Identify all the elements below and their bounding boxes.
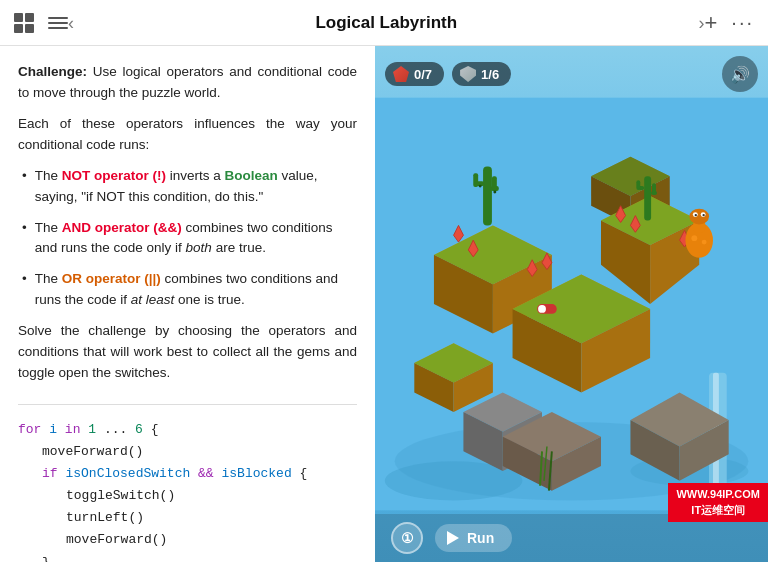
hud-bar: 0/7 1/6 🔊 — [385, 56, 758, 92]
bullet-and-content: The AND operator (&&) combines two condi… — [35, 218, 357, 260]
watermark-line1: WWW.94IP.COM — [676, 487, 760, 502]
bullet-not-content: The NOT operator (!) inverts a Boolean v… — [35, 166, 357, 208]
svg-rect-17 — [636, 180, 640, 190]
game-scene — [375, 96, 768, 512]
svg-rect-14 — [644, 176, 651, 220]
code-block: for i in 1 ... 6 { moveForward() if isOn… — [18, 419, 357, 562]
add-button[interactable]: + — [704, 12, 717, 34]
if-keyword: if — [42, 466, 58, 481]
svg-rect-18 — [652, 183, 656, 193]
left-panel: Challenge: Use logical operators and con… — [0, 46, 375, 562]
svg-point-65 — [702, 240, 707, 245]
header-right-controls: + ··· — [704, 11, 754, 34]
grid-view-icon[interactable] — [14, 13, 34, 33]
sound-icon: 🔊 — [730, 65, 750, 84]
divider — [18, 404, 357, 405]
in-keyword: in — [65, 422, 81, 437]
both-italic: both — [186, 240, 212, 255]
not-operator-text: NOT operator (!) — [62, 168, 166, 183]
main-content: Challenge: Use logical operators and con… — [0, 46, 768, 562]
list-item-and: The AND operator (&&) combines two condi… — [18, 218, 357, 260]
run-button[interactable]: Run — [435, 524, 512, 552]
more-options-button[interactable]: ··· — [731, 11, 754, 34]
atleast-italic: at least — [131, 292, 175, 307]
run-label: Run — [467, 530, 494, 546]
code-line-5: turnLeft() — [18, 507, 357, 529]
code-line-3: if isOnClosedSwitch && isBlocked { — [18, 463, 357, 485]
isblocked-text: isBlocked — [221, 466, 291, 481]
gems-score: 0/7 — [385, 62, 444, 86]
svg-rect-26 — [473, 173, 478, 187]
game-panel: 0/7 1/6 🔊 — [375, 46, 768, 562]
text-section: Challenge: Use logical operators and con… — [18, 62, 357, 394]
bullet-or-content: The OR operator (||) combines two condit… — [35, 269, 357, 311]
watermark-line2: IT运维空间 — [676, 503, 760, 518]
code-line-1: for i in 1 ... 6 { — [18, 419, 357, 441]
header-left-controls — [14, 13, 68, 33]
list-item-or: The OR operator (||) combines two condit… — [18, 269, 357, 311]
svg-point-29 — [493, 191, 496, 194]
svg-point-63 — [702, 214, 704, 216]
or-operator-text: OR operator (||) — [62, 271, 161, 286]
sound-button[interactable]: 🔊 — [722, 56, 758, 92]
num-6: 6 — [135, 422, 143, 437]
code-line-4: toggleSwitch() — [18, 485, 357, 507]
code-line-2: moveForward() — [18, 441, 357, 463]
svg-point-67 — [538, 305, 546, 313]
solve-paragraph: Solve the challenge by choosing the oper… — [18, 321, 357, 384]
list-item-not: The NOT operator (!) inverts a Boolean v… — [18, 166, 357, 208]
nav-back-chevron[interactable]: ‹ — [68, 14, 74, 32]
hud-scores: 0/7 1/6 — [385, 62, 511, 86]
moveforward-2: moveForward() — [66, 532, 167, 547]
svg-point-64 — [691, 235, 697, 241]
page-title: Logical Labyrinth — [80, 13, 692, 33]
code-line-6: moveForward() — [18, 529, 357, 551]
and-op: && — [198, 466, 214, 481]
svg-point-59 — [689, 209, 709, 225]
challenge-label: Challenge: — [18, 64, 87, 79]
boolean-text: Boolean — [225, 168, 278, 183]
shield-icon — [460, 66, 476, 82]
and-operator-text: AND operator (&&) — [62, 220, 182, 235]
toggleswitch: toggleSwitch() — [66, 488, 175, 503]
gems-count: 0/7 — [414, 67, 432, 82]
moveforward-1: moveForward() — [42, 444, 143, 459]
app-header: ‹ Logical Labyrinth › + ··· — [0, 0, 768, 46]
num-1: 1 — [88, 422, 96, 437]
watermark: WWW.94IP.COM IT运维空间 — [668, 483, 768, 522]
header-center: ‹ Logical Labyrinth › — [68, 13, 704, 33]
play-icon — [447, 531, 459, 545]
list-view-icon[interactable] — [48, 17, 68, 29]
shields-count: 1/6 — [481, 67, 499, 82]
gem-icon — [393, 66, 409, 82]
shields-score: 1/6 — [452, 62, 511, 86]
challenge-paragraph: Challenge: Use logical operators and con… — [18, 62, 357, 104]
game-background: 0/7 1/6 🔊 — [375, 46, 768, 562]
svg-point-62 — [695, 214, 697, 216]
svg-rect-23 — [483, 166, 492, 225]
turnleft: turnLeft() — [66, 510, 144, 525]
condition-text: isOnClosedSwitch — [65, 466, 190, 481]
code-line-7: } — [18, 552, 357, 562]
svg-rect-27 — [492, 176, 497, 190]
var-i: i — [49, 422, 57, 437]
timer-button[interactable]: ① — [391, 522, 423, 554]
game-svg — [375, 96, 768, 512]
for-keyword: for — [18, 422, 41, 437]
svg-point-28 — [479, 185, 482, 188]
operators-list: The NOT operator (!) inverts a Boolean v… — [18, 166, 357, 312]
timer-icon: ① — [401, 530, 414, 546]
operators-intro: Each of these operators influences the w… — [18, 114, 357, 156]
